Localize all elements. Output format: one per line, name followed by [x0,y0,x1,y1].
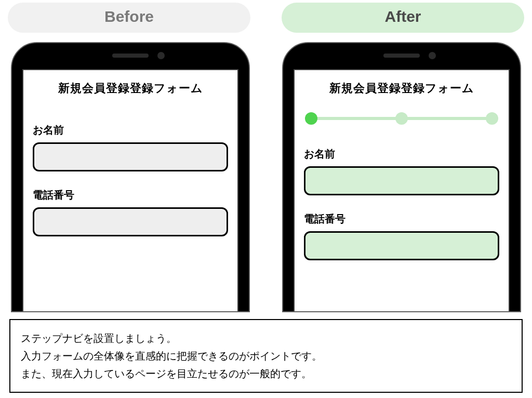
phone-notch-icon [112,54,149,58]
form-title: 新規会員登録登録フォーム [304,81,499,96]
caption-box: ステップナビを設置しましょう。 入力フォームの全体像を直感的に把握できるのがポイ… [9,319,523,393]
caption-line-2: 入力フォームの全体像を直感的に把握できるのがポイントです。 [21,347,511,365]
caption-line-1: ステップナビを設置しましょう。 [21,329,511,347]
phone-side-button-icon [11,160,12,191]
name-input[interactable] [33,142,228,171]
name-field-label: お名前 [33,123,228,137]
phone-side-button-icon [11,131,12,152]
step-dot-1[interactable] [305,112,317,125]
after-badge: After [282,3,524,33]
after-screen: 新規会員登録登録フォーム お名前 電話番号 [294,69,510,311]
before-phone: 新規会員登録登録フォーム お名前 電話番号 [11,42,250,312]
phone-camera-icon [429,52,436,59]
phone-input[interactable] [33,207,228,236]
before-badge: Before [8,3,250,33]
phone-notch-icon [383,54,420,58]
phone-field-label: 電話番号 [33,188,228,202]
name-input[interactable] [304,166,499,195]
phone-side-button-icon [282,131,283,152]
phone-speaker-icon [112,54,149,58]
after-phone: 新規会員登録登録フォーム お名前 電話番号 [282,42,521,312]
phone-camera-icon [157,52,165,59]
phone-side-button-icon [282,199,283,230]
step-nav [304,111,499,126]
phone-input[interactable] [304,231,499,260]
step-dot-3[interactable] [486,112,498,125]
badge-row: Before After [0,0,532,33]
phone-side-button-icon [11,199,12,230]
phones-container: 新規会員登録登録フォーム お名前 電話番号 新規会員登録登録フォーム お名前 電… [0,42,532,312]
form-title: 新規会員登録登録フォーム [33,81,228,96]
name-field-label: お名前 [304,147,499,161]
step-dot-2[interactable] [395,112,408,125]
phone-speaker-icon [383,54,420,58]
before-screen: 新規会員登録登録フォーム お名前 電話番号 [22,69,238,311]
phone-field-label: 電話番号 [304,212,499,226]
caption-line-3: また、現在入力しているページを目立たせるのが一般的です。 [21,365,511,382]
phone-side-button-icon [282,160,283,191]
